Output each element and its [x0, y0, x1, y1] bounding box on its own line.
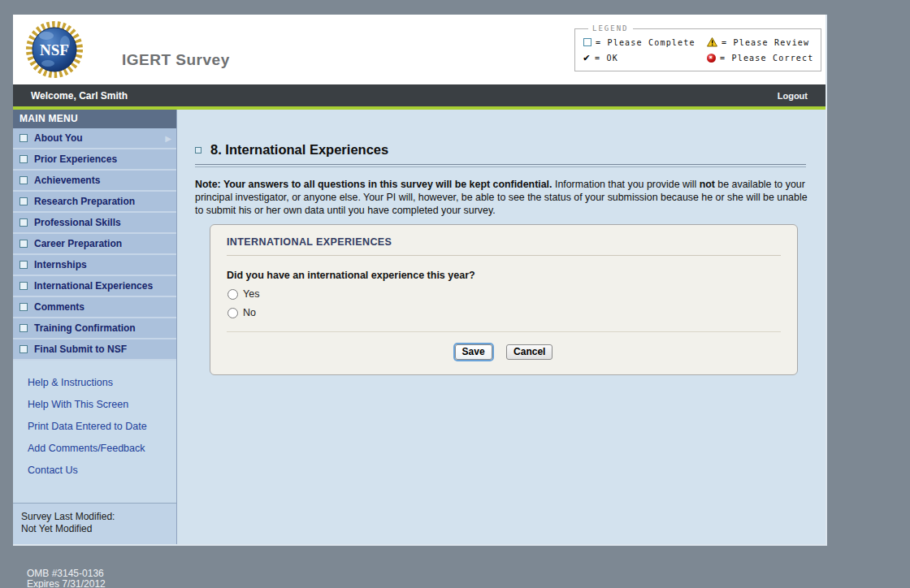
- status-checkbox-icon: [20, 303, 28, 311]
- form-section-title: INTERNATIONAL EXPERIENCES: [227, 236, 781, 256]
- form-divider: [227, 331, 781, 332]
- sidebar-item-career-preparation[interactable]: Career Preparation: [13, 234, 176, 255]
- main-content: 8. International Experiences Note: Your …: [177, 110, 826, 544]
- page-header: NSF IGERT Survey LEGEND = Please Complet…: [13, 15, 826, 84]
- survey-last-modified: Survey Last Modified: Not Yet Modified: [13, 503, 176, 544]
- last-modified-value: Not Yet Modified: [21, 523, 168, 534]
- note-segment: Information that you provide will: [552, 179, 700, 190]
- legend-label: = Please Complete: [596, 38, 696, 47]
- checkmark-icon: ✔: [583, 54, 591, 62]
- status-checkbox-icon: [20, 176, 28, 184]
- link-add-comments[interactable]: Add Comments/Feedback: [28, 443, 176, 454]
- sidebar-item-research-preparation[interactable]: Research Preparation: [13, 192, 176, 213]
- status-checkbox-icon: [20, 261, 28, 269]
- legend-title: LEGEND: [588, 24, 633, 32]
- yes-radio[interactable]: [228, 289, 238, 300]
- sidebar-item-international-experiences[interactable]: International Experiences: [13, 276, 176, 297]
- sidebar-menu-title: MAIN MENU: [13, 110, 176, 128]
- sidebar-item-about-you[interactable]: About You ▶: [13, 128, 176, 149]
- form-question: Did you have an international experience…: [227, 270, 781, 281]
- save-button[interactable]: Save: [455, 344, 492, 360]
- sidebar-item-professional-skills[interactable]: Professional Skills: [13, 213, 176, 234]
- sidebar-item-training-confirmation[interactable]: Training Confirmation: [13, 318, 176, 339]
- link-contact-us[interactable]: Contact Us: [28, 465, 176, 476]
- last-modified-label: Survey Last Modified:: [21, 511, 168, 522]
- legend-label: = Please Correct: [720, 54, 814, 63]
- omb-expires: Expires 7/31/2012: [27, 579, 106, 588]
- survey-window: NSF IGERT Survey LEGEND = Please Complet…: [13, 15, 827, 546]
- sidebar-item-final-submit[interactable]: Final Submit to NSF: [13, 339, 176, 361]
- sidebar-links: Help & Instructions Help With This Scree…: [13, 361, 176, 491]
- status-checkbox-icon: [20, 282, 28, 290]
- warning-icon: [707, 37, 717, 47]
- note-bold-not: not: [700, 179, 715, 190]
- logout-link[interactable]: Logout: [778, 91, 826, 101]
- no-radio[interactable]: [228, 308, 238, 318]
- status-checkbox-icon: [20, 345, 28, 353]
- radio-row-no: No: [227, 307, 781, 318]
- omb-notice: OMB #3145-0136 Expires 7/31/2012: [27, 569, 106, 588]
- checkbox-outline-icon: [583, 38, 592, 46]
- welcome-text: Welcome, Carl Smith: [13, 90, 128, 102]
- page-title: 8. International Experiences: [210, 142, 388, 158]
- form-buttons: Save Cancel: [227, 344, 781, 360]
- radio-row-yes: Yes: [227, 288, 781, 300]
- sidebar-item-prior-experiences[interactable]: Prior Experiences: [13, 149, 176, 171]
- confidentiality-note: Note: Your answers to all questions in t…: [195, 178, 809, 217]
- yes-radio-label[interactable]: Yes: [243, 288, 259, 300]
- link-print-data[interactable]: Print Data Entered to Date: [28, 421, 176, 432]
- sidebar-item-comments[interactable]: Comments: [13, 297, 176, 318]
- sidebar: MAIN MENU About You ▶ Prior Experiences …: [13, 110, 177, 544]
- note-bold-intro: Note: Your answers to all questions in t…: [195, 179, 552, 190]
- link-help-instructions[interactable]: Help & Instructions: [28, 377, 176, 388]
- heading-divider: [195, 164, 806, 167]
- chevron-right-icon: ▶: [165, 134, 171, 143]
- legend-item-review: = Please Review: [707, 36, 814, 49]
- error-icon: ✖: [707, 54, 716, 63]
- status-checkbox-icon: [195, 147, 202, 153]
- legend-item-correct: ✖ = Please Correct: [707, 51, 814, 64]
- international-experiences-form: INTERNATIONAL EXPERIENCES Did you have a…: [210, 224, 798, 375]
- status-checkbox-icon: [20, 197, 28, 205]
- nsf-logo: NSF: [26, 21, 83, 81]
- status-checkbox-icon: [20, 324, 28, 332]
- legend-label: = Please Review: [722, 38, 809, 47]
- page-heading: 8. International Experiences: [195, 142, 826, 158]
- cancel-button[interactable]: Cancel: [506, 344, 552, 360]
- link-help-with-screen[interactable]: Help With This Screen: [28, 399, 176, 410]
- legend-item-ok: ✔ = OK: [583, 51, 707, 64]
- status-checkbox-icon: [20, 240, 28, 248]
- status-checkbox-icon: [20, 218, 28, 227]
- nsf-logo-text: NSF: [40, 41, 69, 58]
- legend-label: = OK: [595, 54, 618, 63]
- no-radio-label[interactable]: No: [243, 307, 256, 318]
- sidebar-item-internships[interactable]: Internships: [13, 255, 176, 276]
- status-checkbox-icon: [20, 134, 28, 142]
- app-title: IGERT Survey: [122, 51, 230, 69]
- legend-item-complete: = Please Complete: [583, 36, 707, 49]
- status-checkbox-icon: [20, 155, 28, 163]
- sidebar-item-achievements[interactable]: Achievements: [13, 171, 176, 192]
- welcome-bar: Welcome, Carl Smith Logout: [13, 84, 826, 106]
- legend-box: LEGEND = Please Complete = Please Review: [574, 24, 821, 71]
